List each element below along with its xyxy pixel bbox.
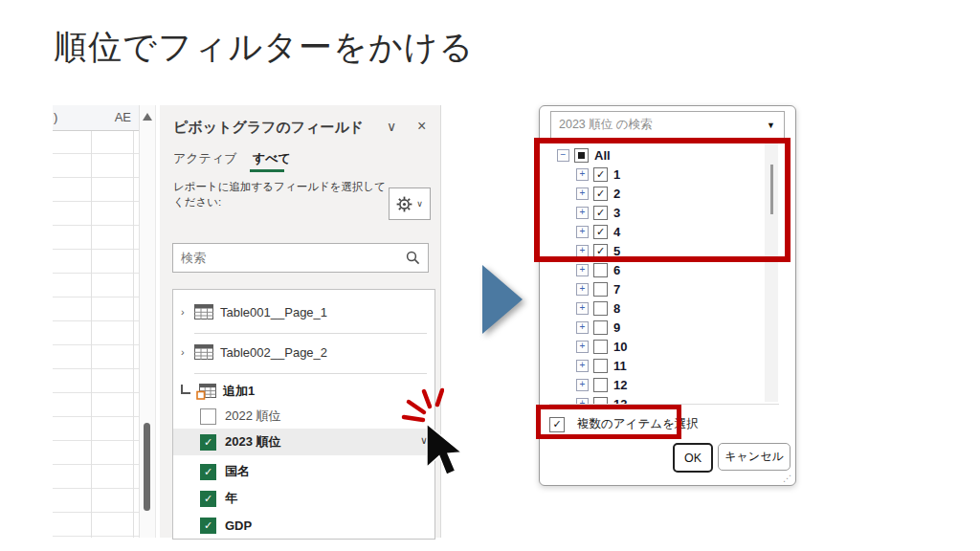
checkbox-unchecked-icon[interactable] [593,301,608,316]
ok-button[interactable]: OK [673,443,713,473]
table-item[interactable]: › Table002__Page_2 [173,340,434,364]
dropdown-arrow-icon[interactable]: ▼ [767,121,775,130]
expand-icon[interactable] [576,360,589,372]
scroll-up-icon[interactable] [143,113,152,121]
tree-item[interactable]: 10 [549,337,760,356]
chevron-right-icon[interactable]: › [181,306,194,318]
transition-arrow [482,265,523,334]
tree-item-label: 8 [613,301,620,316]
table-icon [194,344,213,360]
page-title: 順位でフィルターをかける [54,25,474,70]
tools-gear-button[interactable]: ∨ [389,187,431,220]
pane-title: ピボットグラフのフィールド [173,119,364,137]
tree-item[interactable]: 11 [549,356,760,375]
column-header-ae: AE [115,110,131,124]
divider [194,373,427,374]
expand-icon[interactable] [576,302,589,315]
grid-line [133,105,134,538]
expand-icon[interactable] [576,283,589,296]
tree-item-label: 9 [613,320,620,335]
table-item-label: Table002__Page_2 [220,345,327,360]
table-group-label: 追加1 [223,383,255,400]
tab-active[interactable]: アクティブ [173,150,237,167]
checkbox-checked-icon[interactable] [200,491,216,507]
spreadsheet-grid: ) AE [53,105,139,538]
excel-screenshot-left: ) AE ピボットグラフのフィールド ∨ × アクティブ すべて レポートに追加… [53,105,440,538]
chevron-right-icon[interactable]: › [181,346,194,358]
checkbox-unchecked-icon[interactable] [200,408,216,425]
resize-grip[interactable]: ⋰ [783,474,791,483]
field-label: 年 [225,490,237,507]
scrollbar-thumb[interactable] [144,423,150,511]
field-row[interactable]: 国名 [173,459,434,484]
checkbox-unchecked-icon[interactable] [593,263,608,277]
field-label: 2023 順位 [225,433,281,451]
collapse-icon[interactable] [181,385,190,394]
close-icon[interactable]: × [417,118,426,135]
pivotchart-fields-pane: ピボットグラフのフィールド ∨ × アクティブ すべて レポートに追加するフィー… [160,105,441,538]
checkbox-unchecked-icon[interactable] [593,282,608,297]
column-header-row: ) AE [53,105,139,131]
table-locked-icon [196,384,216,400]
checkbox-checked-icon[interactable] [200,434,216,451]
field-label: 国名 [225,463,250,480]
tree-item[interactable]: 6 [549,260,760,279]
tree-item[interactable]: 13 [549,394,760,405]
red-highlight-box-multiselect [536,405,681,439]
expand-icon[interactable] [576,341,589,353]
expand-icon[interactable] [576,264,589,276]
tab-all-underline [250,169,284,172]
filter-search-combobox[interactable]: 2023 順位 の検索 ▼ [550,111,785,139]
checkbox-checked-icon[interactable] [200,464,216,480]
column-header-partial: ) [54,110,57,124]
field-list: › Table001__Page_1 › Table002_ [172,289,435,540]
tree-item[interactable]: 8 [549,298,760,318]
table-icon [194,304,213,320]
tab-all[interactable]: すべて [253,150,291,167]
tree-item-label: 13 [613,397,627,406]
field-row-selected[interactable]: 2023 順位 ∨ [173,429,434,455]
cancel-button[interactable]: キャンセル [718,443,791,471]
field-label: GDP [225,518,252,533]
tree-item[interactable]: 9 [549,318,760,337]
tree-item-label: 11 [613,359,627,373]
chevron-down-icon[interactable]: ∨ [387,119,396,134]
chevron-down-icon: ∨ [416,199,423,209]
filter-search-placeholder: 2023 順位 の検索 [559,117,767,133]
table-group-item[interactable]: 追加1 [173,379,434,404]
table-item-label: Table001__Page_1 [220,305,327,320]
tree-item[interactable]: 12 [549,375,760,394]
tree-item-label: 7 [613,282,620,297]
pane-instruction: レポートに追加するフィールドを選択してください: [173,180,391,209]
divider [194,333,427,334]
tree-item-label: 6 [613,263,620,277]
expand-icon[interactable] [576,398,589,406]
checkbox-checked-icon[interactable] [200,518,216,534]
expand-icon[interactable] [576,321,589,334]
expand-icon[interactable] [576,379,589,391]
gear-icon [396,196,412,212]
checkbox-unchecked-icon[interactable] [593,359,608,373]
sheet-vertical-scrollbar[interactable] [139,105,156,538]
checkbox-unchecked-icon[interactable] [593,397,608,406]
red-highlight-box-items [534,138,791,262]
field-row[interactable]: GDP [173,513,434,538]
mouse-cursor [425,423,467,474]
field-label: 2022 順位 [225,408,281,425]
search-placeholder: 検索 [181,250,406,267]
tree-item-label: 10 [613,340,627,354]
checkbox-unchecked-icon[interactable] [593,378,608,392]
search-icon [406,251,420,265]
field-row[interactable]: 2022 順位 [173,404,434,429]
tree-item[interactable]: 7 [549,279,760,298]
checkbox-unchecked-icon[interactable] [593,340,608,354]
table-item[interactable]: › Table001__Page_1 [173,299,434,324]
field-row[interactable]: 年 [173,486,434,511]
fields-search-input[interactable]: 検索 [172,243,429,273]
checkbox-unchecked-icon[interactable] [593,320,608,335]
tree-item-label: 12 [613,378,627,392]
grid-line [91,105,92,538]
